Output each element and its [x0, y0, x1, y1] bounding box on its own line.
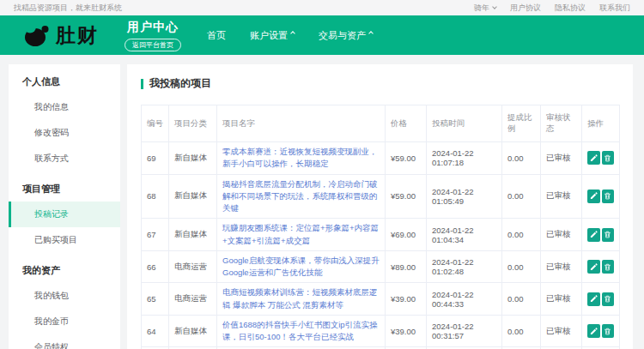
edit-button[interactable]: [587, 324, 600, 338]
edit-button[interactable]: [587, 151, 600, 165]
cell-status: 已审核: [541, 283, 582, 316]
trash-icon: [604, 231, 611, 238]
cell-ratio: 0.00: [502, 250, 541, 283]
trash-icon: [604, 328, 611, 335]
delete-button[interactable]: [602, 260, 615, 274]
trash-icon: [604, 192, 611, 200]
cell-actions: [582, 315, 620, 347]
sidebar-item-我的钱包[interactable]: 我的钱包: [9, 283, 120, 309]
cell-status: 已审核: [541, 174, 582, 219]
cell-price: ¥89.00: [386, 250, 427, 283]
cell-actions: [582, 283, 620, 316]
delete-button[interactable]: [602, 190, 615, 203]
cell-actions: [582, 174, 620, 219]
project-name-link[interactable]: Google启航变现体系课，带你由浅入深提升Google运营和广告优化技能: [222, 255, 380, 280]
pencil-icon: [590, 263, 598, 271]
sidebar-item-投稿记录[interactable]: 投稿记录: [9, 202, 120, 227]
action-buttons: [587, 151, 614, 165]
delete-button[interactable]: [602, 151, 615, 165]
topbar-link-1[interactable]: 隐私协议: [555, 3, 586, 14]
sidebar-item-我的信息[interactable]: 我的信息: [9, 94, 120, 120]
cell-time: 2024-01-22 01:07:18: [427, 142, 502, 175]
project-name-link[interactable]: 电商短视频素材训练营：短视频素材底层逻辑 爆款脚本 万能公式 混剪素材等: [222, 286, 380, 311]
user-menu[interactable]: 骑年: [474, 3, 496, 14]
cell-id: 64: [142, 315, 169, 347]
section-title-row: 我投稿的项目: [141, 76, 619, 91]
trash-icon: [604, 154, 611, 162]
nav-item-label: 首页: [207, 29, 226, 42]
col-header-1: 项目分类: [169, 105, 217, 142]
main-nav: 首页账户设置交易与资产: [207, 29, 373, 42]
cell-price: ¥39.00: [386, 315, 427, 347]
delete-button[interactable]: [602, 324, 615, 338]
sidebar-item-联系方式[interactable]: 联系方式: [9, 146, 120, 171]
cell-name: 价值1688的抖音快手小红书图文ip引流实操课，日引50-100！各大平台已经实…: [217, 315, 386, 347]
back-to-platform-button[interactable]: 返回平台首页: [125, 39, 181, 51]
edit-button[interactable]: [587, 190, 600, 203]
sidebar-section-title-2: 我的资产: [9, 253, 120, 283]
project-name-link[interactable]: 揭秘抖音底层流量分配机制，冷启动命门破解和不同场景下的玩法，系统降权和晋级的关键: [222, 178, 380, 215]
section-title: 我投稿的项目: [149, 76, 211, 91]
brand-logo[interactable]: 肚财: [24, 22, 99, 49]
cell-price: ¥59.00: [386, 142, 427, 175]
sidebar-item-我的金币[interactable]: 我的金币: [9, 309, 120, 334]
cell-status: 已审核: [541, 219, 582, 251]
table-header-row: 编号项目分类项目名字价格投稿时间提成比例审核状态操作: [142, 105, 620, 142]
nav-item-1[interactable]: 账户设置: [250, 29, 295, 42]
cell-time: 2024-01-22 01:04:34: [427, 219, 502, 251]
cell-id: 66: [142, 250, 169, 283]
cell-ratio: 0.00: [502, 142, 541, 175]
cell-ratio: 0.00: [502, 315, 541, 347]
nav-item-2[interactable]: 交易与资产: [319, 29, 373, 42]
main-header: 肚财 用户中心 返回平台首页 首页账户设置交易与资产: [0, 15, 644, 55]
col-header-5: 提成比例: [502, 105, 541, 142]
cell-status: 已审核: [541, 250, 582, 283]
trash-icon: [604, 263, 611, 271]
submissions-table: 编号项目分类项目名字价格投稿时间提成比例审核状态操作 69新自媒体零成本新赛道：…: [141, 105, 620, 349]
main-panel: 我投稿的项目 编号项目分类项目名字价格投稿时间提成比例审核状态操作 69新自媒体…: [127, 64, 633, 349]
nav-item-label: 交易与资产: [319, 29, 366, 42]
cell-category: 新自媒体: [169, 315, 217, 347]
action-buttons: [587, 324, 614, 338]
edit-button[interactable]: [587, 292, 600, 306]
sidebar-section-title-1: 项目管理: [9, 171, 120, 202]
table-row: 65电商运营电商短视频素材训练营：短视频素材底层逻辑 爆款脚本 万能公式 混剪素…: [142, 283, 620, 316]
cell-actions: [582, 250, 620, 283]
sidebar: 个人信息我的信息修改密码联系方式项目管理投稿记录已购买项目我的资产我的钱包我的金…: [9, 64, 120, 349]
cell-time: 2024-01-22 00:31:57: [427, 315, 502, 347]
pencil-icon: [590, 192, 598, 200]
col-header-7: 操作: [582, 105, 620, 142]
title-accent-bar: [141, 79, 143, 89]
cell-status: 已审核: [541, 315, 582, 347]
cell-name: 零成本新赛道：近视恢复短视频变现副业，新手小白可以操作，长期稳定: [217, 142, 386, 175]
site-slogan: 找精品资源项目，就来肚财系统: [14, 3, 122, 14]
topbar-links: 用户协议隐私协议联系我们: [510, 3, 630, 14]
table-body: 69新自媒体零成本新赛道：近视恢复短视频变现副业，新手小白可以操作，长期稳定¥5…: [142, 142, 620, 349]
cell-name: Google启航变现体系课，带你由浅入深提升Google运营和广告优化技能: [217, 250, 386, 283]
topbar-link-0[interactable]: 用户协议: [510, 3, 541, 14]
sidebar-item-会员特权[interactable]: 会员特权: [9, 334, 120, 349]
action-buttons: [587, 190, 614, 203]
cell-ratio: 0.00: [502, 174, 541, 219]
cell-id: 68: [142, 174, 169, 219]
delete-button[interactable]: [602, 292, 615, 306]
cell-name: 玩赚朋友圈系统课：定位篇+形象篇+内容篇+文案篇+引流篇+成交篇: [217, 219, 386, 251]
cell-status: 已审核: [541, 142, 582, 175]
username: 骑年: [474, 3, 489, 14]
chevron-down-icon: [492, 4, 497, 9]
edit-button[interactable]: [587, 260, 600, 274]
nav-item-0[interactable]: 首页: [207, 29, 226, 42]
edit-button[interactable]: [587, 228, 600, 242]
sidebar-item-已购买项目[interactable]: 已购买项目: [9, 227, 120, 253]
project-name-link[interactable]: 价值1688的抖音快手小红书图文ip引流实操课，日引50-100！各大平台已经实…: [222, 319, 380, 344]
topbar-link-2[interactable]: 联系我们: [599, 3, 630, 14]
sidebar-item-修改密码[interactable]: 修改密码: [9, 120, 120, 146]
pencil-icon: [590, 328, 598, 335]
action-buttons: [587, 292, 614, 306]
sidebar-section-title-0: 个人信息: [9, 64, 120, 94]
project-name-link[interactable]: 零成本新赛道：近视恢复短视频变现副业，新手小白可以操作，长期稳定: [222, 146, 380, 171]
page-title: 用户中心: [125, 20, 181, 35]
project-name-link[interactable]: 玩赚朋友圈系统课：定位篇+形象篇+内容篇+文案篇+引流篇+成交篇: [222, 222, 380, 247]
delete-button[interactable]: [602, 228, 615, 242]
cell-price: ¥39.00: [386, 283, 427, 316]
